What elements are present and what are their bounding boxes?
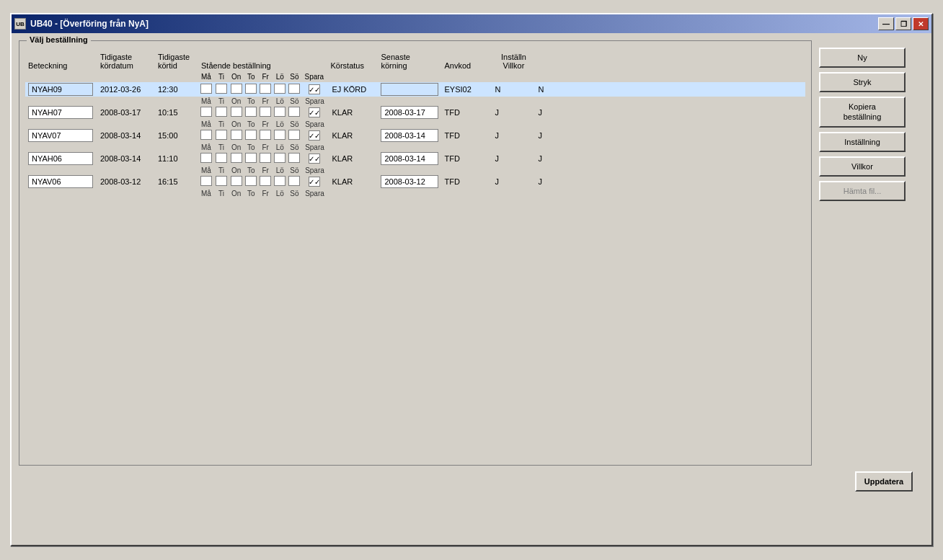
table-body: 2012-03-2612:30✓EJ KÖRDEYSI02NNMåTiOnToF… bbox=[25, 82, 805, 197]
stryk-button[interactable]: Stryk bbox=[819, 72, 906, 92]
day-checkbox-ti[interactable] bbox=[216, 107, 227, 117]
day-checkbox-lo[interactable] bbox=[274, 176, 285, 186]
day-checkbox-spara[interactable]: ✓ bbox=[309, 107, 320, 117]
kordatum-cell: 2008-03-17 bbox=[97, 105, 155, 120]
beteckning-input[interactable] bbox=[28, 175, 93, 188]
day-checkbox-ma[interactable] bbox=[200, 176, 212, 186]
uppdatera-button[interactable]: Uppdatera bbox=[855, 471, 913, 492]
installning-button[interactable]: Inställning bbox=[819, 132, 906, 152]
day-checkbox-ma[interactable] bbox=[200, 84, 212, 94]
day-label-on: On bbox=[229, 166, 244, 174]
restore-button[interactable]: ❐ bbox=[895, 17, 911, 30]
day-checkbox-on[interactable] bbox=[231, 84, 242, 94]
table-row[interactable]: 2008-03-1710:15✓KLARTFDJJ bbox=[25, 105, 805, 120]
day-checkbox-spara[interactable]: ✓ bbox=[309, 154, 320, 164]
beteckning-input[interactable] bbox=[28, 152, 93, 165]
day-checkbox-to[interactable] bbox=[245, 130, 257, 140]
close-button[interactable]: ✕ bbox=[913, 17, 929, 30]
button-panel: Ny Stryk Kopiera beställning Inställning… bbox=[819, 40, 906, 201]
day-label-lo: Lö bbox=[273, 166, 287, 174]
col-installn-villkor: InställnVillkor bbox=[492, 51, 535, 71]
day-checkbox-to[interactable] bbox=[245, 107, 257, 117]
day-label-ti: Ti bbox=[214, 189, 229, 197]
senaste-input[interactable] bbox=[381, 106, 438, 119]
orders-table: Beteckning Tidigastekördatum Tidigastekö… bbox=[25, 51, 805, 197]
day-checkbox-fr[interactable] bbox=[260, 130, 271, 140]
villkor-button[interactable]: Villkor bbox=[819, 156, 906, 177]
day-label-lo: Lö bbox=[273, 97, 287, 105]
anvkod-cell: EYSI02 bbox=[441, 82, 492, 97]
day-checkbox-fr[interactable] bbox=[260, 153, 271, 163]
day-checkbox-fr[interactable] bbox=[260, 176, 271, 186]
day-label-on: On bbox=[229, 189, 244, 197]
senaste-input[interactable] bbox=[381, 83, 438, 96]
day-label-so: Sö bbox=[287, 120, 301, 128]
minimize-button[interactable]: — bbox=[878, 17, 894, 30]
senaste-input[interactable] bbox=[381, 175, 438, 188]
day-checkbox-so[interactable] bbox=[288, 84, 300, 94]
table-row[interactable]: 2008-03-1216:15✓KLARTFDJJ bbox=[25, 174, 805, 189]
header-row-1: Beteckning Tidigastekördatum Tidigastekö… bbox=[25, 51, 805, 71]
senaste-cell bbox=[378, 82, 441, 97]
beteckning-input[interactable] bbox=[28, 129, 93, 142]
day-checkbox-on[interactable] bbox=[231, 176, 242, 186]
day-label-ma: Må bbox=[198, 120, 214, 128]
uppdatera-area: Uppdatera bbox=[19, 471, 913, 492]
day-checkbox-spara[interactable]: ✓ bbox=[309, 130, 320, 141]
beteckning-input[interactable] bbox=[28, 83, 93, 96]
window-content: Välj beställning Beteckning Tidigastekör… bbox=[12, 33, 931, 545]
day-checkbox-spara[interactable]: ✓ bbox=[309, 84, 320, 94]
anvkod-cell: TFD bbox=[441, 151, 492, 166]
label-row: MåTiOnToFrLöSöSpara bbox=[25, 120, 805, 128]
kopiera-button[interactable]: Kopiera beställning bbox=[819, 97, 906, 128]
day-checkbox-on[interactable] bbox=[231, 107, 242, 117]
day-checkbox-so[interactable] bbox=[288, 107, 300, 117]
kortid-cell: 12:30 bbox=[155, 82, 198, 97]
day-checkbox-to[interactable] bbox=[245, 176, 257, 186]
day-header-so: Sö bbox=[287, 71, 301, 82]
senaste-input[interactable] bbox=[381, 129, 438, 142]
day-label-to: To bbox=[244, 166, 258, 174]
day-label-lo: Lö bbox=[273, 120, 287, 128]
table-row[interactable]: 2008-03-1411:10✓KLARTFDJJ bbox=[25, 151, 805, 166]
day-header-ti: Ti bbox=[214, 71, 229, 82]
day-checkbox-lo[interactable] bbox=[274, 107, 285, 117]
villkor-cell: J bbox=[535, 128, 805, 143]
senaste-input[interactable] bbox=[381, 152, 438, 165]
day-checkbox-fr[interactable] bbox=[260, 107, 271, 117]
kordatum-cell: 2008-03-14 bbox=[97, 151, 155, 166]
day-checkbox-lo[interactable] bbox=[274, 153, 285, 163]
day-checkbox-ma[interactable] bbox=[200, 130, 212, 140]
day-label-on: On bbox=[229, 120, 244, 128]
day-checkbox-ti[interactable] bbox=[216, 84, 227, 94]
kortid-cell: 15:00 bbox=[155, 128, 198, 143]
day-checkbox-ma[interactable] bbox=[200, 107, 212, 117]
day-checkbox-ti[interactable] bbox=[216, 153, 227, 163]
day-checkbox-lo[interactable] bbox=[274, 84, 285, 94]
day-header-spara: Spara bbox=[301, 71, 327, 82]
hamta-button[interactable]: Hämta fil... bbox=[819, 181, 906, 201]
day-label-ma: Må bbox=[198, 97, 214, 105]
day-checkbox-on[interactable] bbox=[231, 153, 242, 163]
day-label-fr: Fr bbox=[258, 97, 273, 105]
day-checkbox-spara[interactable]: ✓ bbox=[309, 177, 320, 187]
day-checkbox-to[interactable] bbox=[245, 153, 257, 163]
day-checkbox-so[interactable] bbox=[288, 153, 300, 163]
installn-cell: J bbox=[492, 105, 535, 120]
table-row[interactable]: 2012-03-2612:30✓EJ KÖRDEYSI02NN bbox=[25, 82, 805, 97]
day-checkbox-ma[interactable] bbox=[200, 153, 212, 163]
day-label-spara: Spara bbox=[301, 143, 327, 151]
day-checkbox-lo[interactable] bbox=[274, 130, 285, 140]
day-checkbox-fr[interactable] bbox=[260, 84, 271, 94]
day-checkbox-so[interactable] bbox=[288, 130, 300, 140]
day-checkbox-ti[interactable] bbox=[216, 176, 227, 186]
title-bar: UB UB40 - [Överföring från NyA] — ❐ ✕ bbox=[12, 14, 931, 33]
day-checkbox-ti[interactable] bbox=[216, 130, 227, 140]
beteckning-input[interactable] bbox=[28, 106, 93, 119]
ny-button[interactable]: Ny bbox=[819, 48, 906, 68]
day-checkbox-so[interactable] bbox=[288, 176, 300, 186]
day-checkbox-on[interactable] bbox=[231, 130, 242, 140]
day-checkbox-to[interactable] bbox=[245, 84, 257, 94]
table-row[interactable]: 2008-03-1415:00✓KLARTFDJJ bbox=[25, 128, 805, 143]
villkor-cell: N bbox=[535, 82, 805, 97]
